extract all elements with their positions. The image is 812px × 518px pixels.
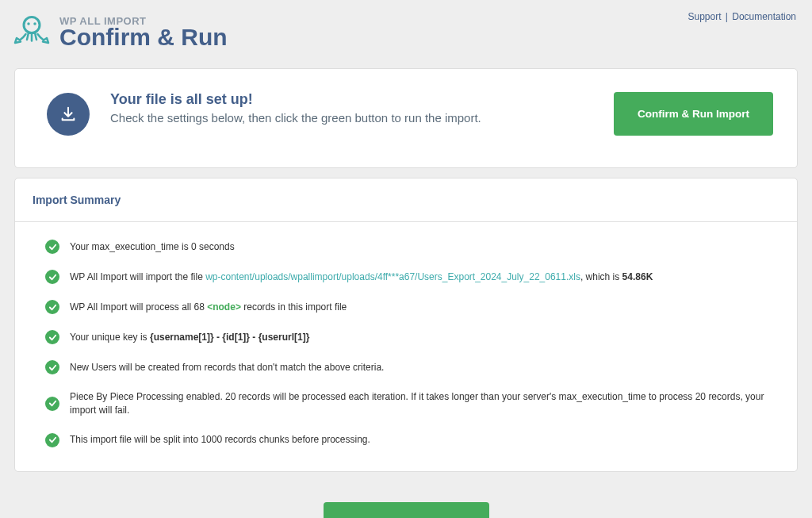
summary-text: Your unique key is {username[1]} - {id[1… [70,331,309,344]
summary-text: Piece By Piece Processing enabled. 20 re… [70,390,767,417]
check-icon [45,397,59,411]
setup-text: Your file is all set up! Check the setti… [110,91,481,125]
svg-point-0 [24,17,40,33]
summary-item: This import file will be split into 1000… [45,433,767,447]
summary-text: This import file will be split into 1000… [70,433,370,447]
page-title: Confirm & Run [59,24,228,51]
setup-card: Your file is all set up! Check the setti… [14,68,798,168]
summary-text: Your max_execution_time is 0 seconds [70,240,235,254]
summary-text: WP All Import will process all 68 <node>… [70,301,347,314]
summary-list: Your max_execution_time is 0 seconds WP … [15,222,797,471]
support-link[interactable]: Support [688,11,721,22]
logo-area: WP ALL IMPORT Confirm & Run [12,11,228,54]
summary-item: Your max_execution_time is 0 seconds [45,240,767,254]
summary-item: New Users will be created from records t… [45,360,767,374]
header-links: Support | Documentation [688,11,796,22]
title-block: WP ALL IMPORT Confirm & Run [59,15,228,51]
summary-text: New Users will be created from records t… [70,361,384,374]
setup-sub: Check the settings below, then click the… [110,111,481,125]
check-icon [45,240,59,254]
setup-heading: Your file is all set up! [110,91,481,108]
link-separator: | [722,11,730,22]
summary-item: Piece By Piece Processing enabled. 20 re… [45,390,767,417]
summary-card: Import Summary Your max_execution_time i… [14,178,798,472]
check-icon [45,330,59,344]
page-header: WP ALL IMPORT Confirm & Run Support | Do… [0,0,812,59]
summary-text: WP All Import will import the file wp-co… [70,271,653,284]
svg-point-1 [27,22,30,25]
file-path-link[interactable]: wp-content/uploads/wpallimport/uploads/4… [205,271,580,282]
summary-title: Import Summary [33,194,779,206]
summary-header: Import Summary [15,178,797,222]
check-icon [45,433,59,447]
summary-item: Your unique key is {username[1]} - {id[1… [45,330,767,344]
setup-left: Your file is all set up! Check the setti… [47,91,481,136]
check-icon [45,270,59,284]
summary-item: WP All Import will import the file wp-co… [45,270,767,284]
summary-item: WP All Import will process all 68 <node>… [45,300,767,314]
download-icon [47,93,90,136]
confirm-run-import-button-bottom[interactable]: Confirm & Run Import [324,502,489,518]
confirm-run-import-button[interactable]: Confirm & Run Import [614,92,773,136]
wp-all-import-logo-icon [12,11,52,54]
check-icon [45,300,59,314]
check-icon [45,360,59,374]
svg-point-2 [33,22,36,25]
documentation-link[interactable]: Documentation [732,11,796,22]
bottom-button-area: Confirm & Run Import [0,482,812,518]
